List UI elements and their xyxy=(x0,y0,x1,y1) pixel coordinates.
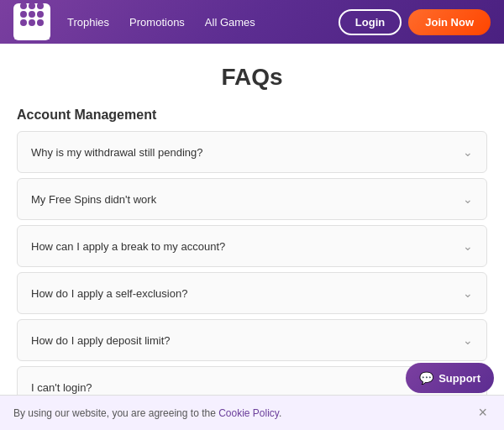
cookie-text: By using our website, you are agreeing t… xyxy=(13,407,281,419)
faq-question-5: How do I apply deposit limit? xyxy=(31,334,170,347)
logo-cell xyxy=(37,3,44,9)
cookie-notice: By using our website, you are agreeing t… xyxy=(0,395,504,430)
faq-item-1[interactable]: Why is my withdrawal still pending? ⌄ xyxy=(17,131,487,173)
faq-question-2: My Free Spins didn't work xyxy=(31,193,156,206)
logo-cell xyxy=(20,11,27,18)
chevron-down-icon: ⌄ xyxy=(463,145,473,159)
nav-links: Trophies Promotions All Games xyxy=(67,16,255,29)
header-actions: Login Join Now xyxy=(339,9,491,35)
faq-item-5[interactable]: How do I apply deposit limit? ⌄ xyxy=(17,319,487,361)
support-button[interactable]: 💬 Support xyxy=(406,363,494,393)
nav-promotions[interactable]: Promotions xyxy=(129,16,185,29)
logo-cell xyxy=(20,3,27,9)
faq-question-1: Why is my withdrawal still pending? xyxy=(31,146,202,159)
support-label: Support xyxy=(438,372,480,385)
logo-grid xyxy=(20,3,44,26)
cookie-close-button[interactable]: × xyxy=(475,404,491,422)
faq-item-4[interactable]: How do I apply a self-exclusion? ⌄ xyxy=(17,272,487,314)
chevron-down-icon: ⌄ xyxy=(463,333,473,347)
logo-text: SLOT MACHINE xyxy=(14,26,50,41)
logo-icon: SLOT MACHINE xyxy=(13,3,50,40)
section-title: Account Management xyxy=(17,108,487,123)
chevron-down-icon: ⌄ xyxy=(463,286,473,300)
page-title: FAQs xyxy=(17,64,487,91)
join-button[interactable]: Join Now xyxy=(408,9,491,35)
header: SLOT MACHINE Trophies Promotions All Gam… xyxy=(0,0,504,44)
faq-item-3[interactable]: How can I apply a break to my account? ⌄ xyxy=(17,225,487,267)
cookie-policy-link[interactable]: Cookie Policy xyxy=(218,407,279,419)
nav-trophies[interactable]: Trophies xyxy=(67,16,109,29)
logo-cell xyxy=(29,11,35,18)
faq-question-6: I can't login? xyxy=(31,381,92,394)
chevron-down-icon: ⌄ xyxy=(463,239,473,253)
support-icon: 💬 xyxy=(419,371,433,385)
login-button[interactable]: Login xyxy=(339,9,402,35)
logo-area: SLOT MACHINE xyxy=(13,3,50,40)
nav-all-games[interactable]: All Games xyxy=(205,16,255,29)
chevron-down-icon: ⌄ xyxy=(463,192,473,206)
faq-question-3: How can I apply a break to my account? xyxy=(31,240,225,253)
logo-cell xyxy=(37,11,44,18)
cookie-text-prefix: By using our website, you are agreeing t… xyxy=(13,407,218,419)
logo-cell xyxy=(29,3,35,9)
faq-item-2[interactable]: My Free Spins didn't work ⌄ xyxy=(17,178,487,220)
cookie-text-suffix: . xyxy=(279,407,281,419)
faq-question-4: How do I apply a self-exclusion? xyxy=(31,287,187,300)
